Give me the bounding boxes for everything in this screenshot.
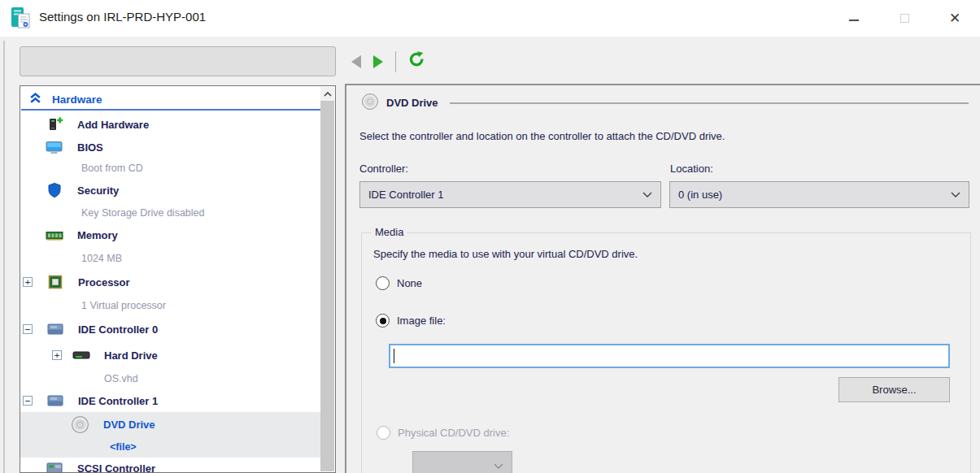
radio-physical-label: Physical CD/DVD drive:	[398, 427, 509, 439]
controller-icon	[46, 393, 65, 408]
disc-icon	[70, 415, 89, 434]
hardware-tree: Hardware Add Hardware	[20, 85, 336, 473]
item-label: Processor	[78, 276, 130, 289]
radio-none[interactable]: None	[376, 276, 422, 290]
location-select[interactable]: 0 (in use)	[669, 181, 969, 208]
forward-button[interactable]	[373, 55, 383, 68]
radio-image-file[interactable]: Image file:	[376, 314, 446, 328]
sidebar-subitem-dvd-drive[interactable]: <file>	[20, 436, 322, 458]
item-label: Security	[77, 184, 119, 197]
item-label: IDE Controller 1	[78, 395, 158, 407]
browse-button-label: Browse...	[872, 384, 916, 396]
scroll-up-button[interactable]	[320, 87, 334, 101]
hard-drive-icon	[72, 349, 91, 361]
bios-icon	[45, 140, 64, 155]
sidebar-item-security[interactable]: Security	[20, 179, 322, 202]
header-rule	[450, 102, 969, 104]
sidebar-scrollbar[interactable]	[320, 87, 334, 471]
sidebar-subitem-processor: 1 Virtual processor	[20, 295, 322, 316]
window-title: Settings on IRL-PRD-HYP-001	[39, 10, 206, 24]
sidebar-item-ide-controller-1[interactable]: − IDE Controller 1	[20, 389, 322, 412]
media-groupbox: Media Specify the media to use with your…	[361, 232, 971, 473]
close-button[interactable]: ✕	[930, 0, 980, 37]
item-label: Memory	[77, 229, 118, 241]
radio-none-circle[interactable]	[376, 276, 390, 290]
browse-button[interactable]: Browse...	[838, 377, 950, 402]
item-label: DVD Drive	[103, 419, 155, 431]
item-sublabel: 1024 MB	[81, 253, 122, 264]
maximize-icon	[900, 14, 909, 23]
controller-value: IDE Controller 1	[368, 189, 642, 201]
maximize-button	[879, 0, 930, 37]
location-label: Location:	[670, 163, 713, 175]
vm-selector-combobox[interactable]	[20, 46, 336, 76]
sidebar-item-bios[interactable]: BIOS	[20, 137, 322, 158]
processor-icon	[46, 274, 65, 290]
scsi-controller-icon	[45, 461, 64, 473]
expander-icon[interactable]: +	[52, 350, 62, 360]
text-caret	[394, 349, 394, 363]
radio-none-label: None	[397, 277, 422, 289]
nav-toolbar	[351, 46, 425, 76]
item-sublabel: OS.vhd	[104, 373, 138, 384]
window-edge-line	[3, 41, 5, 473]
controller-select[interactable]: IDE Controller 1	[359, 181, 661, 208]
close-icon: ✕	[949, 11, 960, 25]
sidebar-item-processor[interactable]: + Processor	[20, 269, 322, 295]
section-label: Hardware	[52, 93, 102, 106]
sidebar-item-memory[interactable]: Memory	[20, 223, 322, 247]
sidebar-item-ide-controller-0[interactable]: − IDE Controller 0	[20, 316, 322, 342]
item-sublabel: Key Storage Drive disabled	[81, 207, 204, 219]
forward-icon	[373, 55, 383, 68]
sidebar-item-scsi-controller[interactable]: SCSI Controller	[20, 458, 322, 473]
image-path-input[interactable]	[389, 344, 950, 368]
radio-physical-circle	[377, 426, 390, 440]
sidebar-section-hardware[interactable]: Hardware	[21, 89, 321, 111]
controller-label: Controller:	[359, 163, 408, 175]
hardware-tree-list: Hardware Add Hardware	[20, 86, 322, 473]
shield-icon	[45, 182, 64, 199]
sidebar-item-hard-drive[interactable]: + Hard Drive	[20, 342, 322, 368]
memory-icon	[45, 228, 64, 243]
dvd-drive-panel: DVD Drive Select the controller and loca…	[345, 84, 980, 473]
location-value: 0 (in use)	[678, 189, 951, 201]
sidebar-subitem-hard-drive: OS.vhd	[20, 368, 322, 389]
refresh-button[interactable]	[408, 51, 425, 72]
chevron-down-icon	[951, 192, 960, 197]
sidebar-item-add-hardware[interactable]: Add Hardware	[20, 112, 322, 137]
sidebar-subitem-security: Key Storage Drive disabled	[20, 202, 322, 223]
disc-icon	[361, 93, 379, 113]
item-label: IDE Controller 0	[78, 323, 158, 336]
expander-icon[interactable]: +	[23, 277, 33, 287]
media-description: Specify the media to use with your virtu…	[373, 248, 638, 260]
panel-description: Select the controller and location on th…	[359, 130, 969, 142]
sidebar-subitem-memory: 1024 MB	[20, 247, 322, 269]
expander-icon[interactable]: −	[23, 324, 33, 334]
sidebar-item-dvd-drive[interactable]: DVD Drive	[20, 412, 322, 436]
chevron-down-icon	[494, 463, 503, 469]
hyperv-settings-icon	[11, 7, 32, 31]
media-group-label: Media	[372, 226, 407, 238]
item-sublabel: Boot from CD	[81, 163, 143, 174]
scrollbar-thumb[interactable]	[320, 101, 334, 471]
panel-title: DVD Drive	[386, 97, 438, 109]
toolbar-separator	[395, 51, 396, 72]
settings-window: Settings on IRL-PRD-HYP-001 ✕	[0, 0, 980, 473]
minimize-icon	[849, 20, 859, 21]
item-label: Add Hardware	[77, 119, 149, 131]
refresh-icon	[408, 51, 425, 72]
back-button	[351, 55, 361, 68]
titlebar: Settings on IRL-PRD-HYP-001 ✕	[0, 0, 980, 37]
chevron-up-icon	[324, 92, 332, 97]
item-label: BIOS	[77, 141, 103, 154]
physical-drive-select	[412, 451, 512, 473]
radio-image-circle[interactable]	[376, 314, 390, 328]
item-sublabel: <file>	[110, 441, 137, 453]
expander-icon[interactable]: −	[23, 396, 33, 406]
minimize-button[interactable]	[829, 0, 879, 37]
image-path-wrap	[389, 344, 950, 368]
add-hardware-icon	[45, 116, 64, 132]
radio-physical-drive: Physical CD/DVD drive:	[377, 426, 509, 440]
radio-image-label: Image file:	[397, 315, 446, 327]
sidebar-subitem-bios: Boot from CD	[20, 158, 322, 179]
